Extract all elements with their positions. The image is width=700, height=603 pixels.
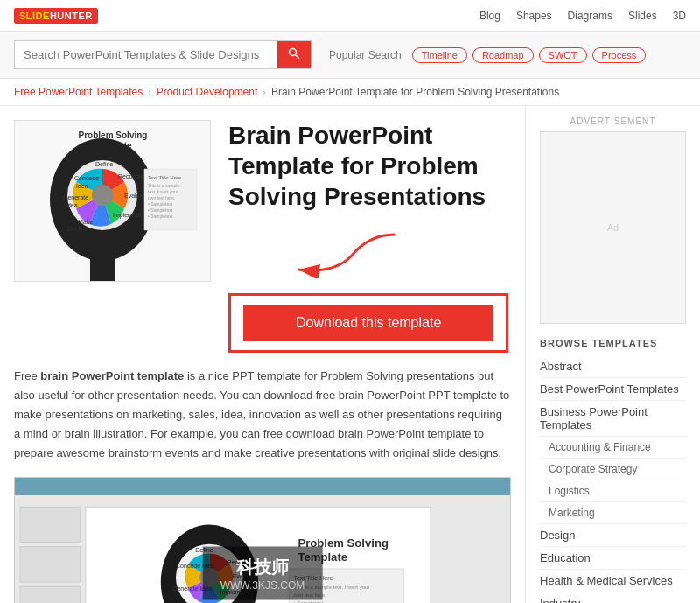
svg-text:Make: Make <box>78 219 93 225</box>
desc-body: is a nice PPT template for Problem Solvi… <box>14 369 509 459</box>
logo-slide: SLIDE <box>19 11 50 21</box>
browse-list-item-10[interactable]: Industry <box>540 592 686 603</box>
download-button[interactable]: Download this template <box>243 305 494 341</box>
watermark-line1: 科技师 <box>220 556 305 579</box>
svg-point-7 <box>92 185 113 206</box>
article-area: Problem Solving Template <box>0 106 525 603</box>
svg-rect-54 <box>20 587 80 603</box>
browse-list: AbstractBest PowerPoint TemplatesBusines… <box>540 355 686 603</box>
hero-info: Brain PowerPoint Template for Problem So… <box>228 120 511 353</box>
breadcrumb-home[interactable]: Free PowerPoint Templates <box>14 86 143 98</box>
svg-text:Text Title Here: Text Title Here <box>148 175 182 180</box>
nav-links: Blog Shapes Diagrams Slides 3D <box>480 10 686 22</box>
svg-rect-52 <box>20 508 80 543</box>
svg-text:• Sampletext: • Sampletext <box>148 214 173 219</box>
svg-text:Decision: Decision <box>67 226 91 232</box>
nav-shapes[interactable]: Shapes <box>516 10 552 22</box>
desc-prefix: Free <box>14 369 40 382</box>
breadcrumb-product[interactable]: Product Development <box>157 86 257 98</box>
description-text: Free brain PowerPoint template is a nice… <box>14 367 511 463</box>
svg-line-1 <box>296 55 300 60</box>
desc-bold: brain PowerPoint template <box>40 369 184 382</box>
nav-diagrams[interactable]: Diagrams <box>568 10 612 22</box>
hero-section: Problem Solving Template <box>14 120 511 353</box>
browse-list-item-5[interactable]: Logistics <box>540 480 686 502</box>
svg-text:Problem Solving: Problem Solving <box>79 130 148 140</box>
tag-swot[interactable]: SWOT <box>539 47 587 63</box>
svg-text:Idea: Idea <box>66 202 78 208</box>
sidebar: ADVERTISEMENT Ad BROWSE TEMPLATES Abstra… <box>525 106 700 603</box>
svg-text:text. Insert your: text. Insert your <box>148 189 178 194</box>
browse-list-item-3[interactable]: Accounting & Finance <box>540 437 686 459</box>
nav-3d[interactable]: 3D <box>673 10 686 22</box>
svg-rect-29 <box>15 477 510 495</box>
tag-timeline[interactable]: Timeline <box>412 47 467 63</box>
search-bar: Popular Search Timeline Roadmap SWOT Pro… <box>0 32 700 79</box>
main-content: Problem Solving Template <box>0 106 700 603</box>
download-wrapper: Download this template <box>228 293 508 353</box>
svg-text:This is a sample: This is a sample <box>148 183 179 188</box>
search-input[interactable] <box>15 42 277 67</box>
ad-placeholder: Ad <box>540 131 686 324</box>
breadcrumb: Free PowerPoint Templates › Product Deve… <box>0 79 700 106</box>
browse-list-item-6[interactable]: Marketing <box>540 502 686 524</box>
browse-list-item-1[interactable]: Best PowerPoint Templates <box>540 378 686 401</box>
search-input-wrap <box>14 40 312 69</box>
popular-search-label: Popular Search <box>329 49 402 61</box>
svg-text:Implement: Implement <box>113 212 142 219</box>
svg-text:• Sampletext: • Sampletext <box>148 201 173 207</box>
tag-process[interactable]: Process <box>592 47 647 63</box>
svg-point-0 <box>290 49 297 56</box>
preview-image: Recognize Evaluate Implement Make Decisi… <box>14 477 511 603</box>
svg-text:Define: Define <box>95 161 113 167</box>
arrow-annotation <box>228 226 511 281</box>
watermark: 科技师 WWW.3KJS.COM <box>203 547 323 600</box>
search-button[interactable] <box>277 41 311 68</box>
watermark-line2: WWW.3KJS.COM <box>220 579 305 592</box>
browse-list-item-4[interactable]: Corporate Strategy <box>540 459 686 480</box>
page-title: Brain PowerPoint Template for Problem So… <box>228 120 511 212</box>
nav-slides[interactable]: Slides <box>628 10 657 22</box>
breadcrumb-sep-2: › <box>262 87 266 97</box>
svg-text:Generate: Generate <box>63 194 88 200</box>
ad-text: Ad <box>607 222 619 233</box>
hero-image: Problem Solving Template <box>14 120 211 282</box>
svg-rect-26 <box>90 256 115 282</box>
top-navigation: SLIDEHUNTER Blog Shapes Diagrams Slides … <box>0 0 700 32</box>
svg-text:Recognize: Recognize <box>118 173 147 180</box>
browse-list-item-0[interactable]: Abstract <box>540 355 686 378</box>
breadcrumb-sep-1: › <box>148 87 151 97</box>
ad-label: ADVERTISEMENT <box>540 116 686 126</box>
svg-text:Idea: Idea <box>76 183 88 189</box>
svg-text:• Sampletext: • Sampletext <box>148 207 173 213</box>
browse-list-item-8[interactable]: Education <box>540 547 686 570</box>
svg-text:own text here.: own text here. <box>148 195 175 200</box>
site-logo[interactable]: SLIDEHUNTER <box>14 8 98 24</box>
brain-svg: Problem Solving Template <box>15 121 211 282</box>
browse-list-item-2[interactable]: Business PowerPoint Templates <box>540 401 686 437</box>
search-tags: Timeline Roadmap SWOT Process <box>412 47 647 63</box>
svg-rect-53 <box>20 547 80 582</box>
nav-blog[interactable]: Blog <box>480 10 500 22</box>
browse-title: BROWSE TEMPLATES <box>540 338 686 348</box>
browse-list-item-7[interactable]: Design <box>540 524 686 547</box>
tag-roadmap[interactable]: Roadmap <box>472 47 534 63</box>
arrow-svg <box>228 226 403 278</box>
logo-hunter: HUNTER <box>50 11 93 21</box>
svg-text:Concede: Concede <box>74 175 99 181</box>
breadcrumb-current: Brain PowerPoint Template for Problem So… <box>271 86 559 98</box>
browse-list-item-9[interactable]: Health & Medical Services <box>540 570 686 592</box>
